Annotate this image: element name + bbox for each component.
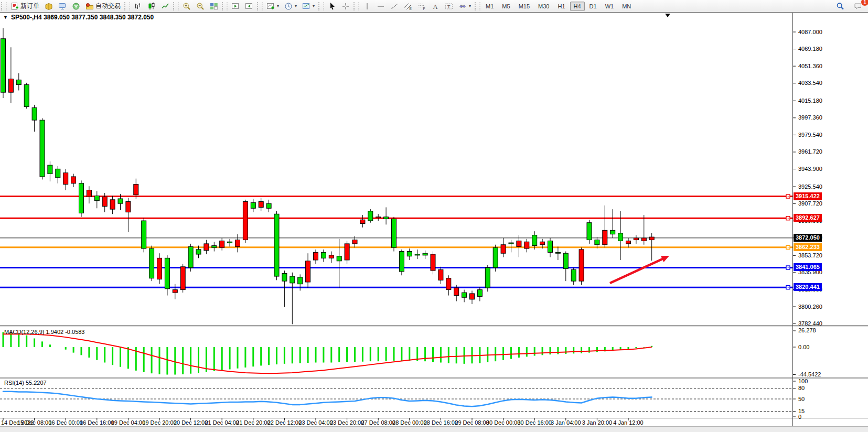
time-axis-label: 20 Dec 12:00 — [174, 419, 208, 426]
pivot-line-handle-dot — [788, 247, 789, 248]
candle — [266, 203, 271, 208]
candle — [243, 201, 248, 240]
candle — [454, 288, 459, 296]
time-axis-label: 30 Dec 16:00 — [517, 419, 551, 426]
candle — [32, 107, 37, 120]
rsi-axis-label: 50 — [798, 396, 805, 402]
price-badge-3841.065: 3841.065 — [794, 263, 822, 271]
candle — [173, 290, 177, 293]
mt4-window: 新订单自动交易▾▾▾EFAT▾M1M5M15M30H1H4D1W1MN 1 ▼ … — [0, 0, 868, 432]
candle — [548, 241, 553, 252]
candle — [134, 185, 138, 195]
chart-shift-marker[interactable] — [665, 14, 670, 17]
candle — [626, 241, 631, 243]
candle — [157, 258, 162, 279]
time-axis-label: 19 Dec 04:00 — [111, 419, 145, 426]
macd-axis-label: 0.00 — [798, 344, 809, 350]
candle — [188, 246, 193, 267]
candle — [649, 237, 654, 240]
macd-axis-label: 26.278 — [798, 327, 816, 333]
resistance-line-2-handle-dot — [788, 218, 789, 219]
time-axis-label: 21 Dec 04:00 — [205, 419, 239, 426]
candle — [610, 230, 615, 234]
time-axis-label: 15 Dec 08:00 — [17, 419, 51, 426]
candle — [87, 190, 91, 197]
candle — [110, 200, 115, 209]
macd-label: MACD(12,26,9) 1.9402 -0.0583 — [4, 329, 84, 335]
price-badge-3820.441: 3820.441 — [794, 283, 822, 291]
rsi-axis-label: 100 — [798, 378, 808, 384]
candle — [142, 221, 146, 249]
candle — [579, 250, 584, 281]
candle — [79, 183, 84, 213]
candle — [196, 250, 201, 254]
candle — [603, 230, 607, 244]
candle — [641, 238, 646, 241]
candle — [220, 241, 224, 247]
candle — [431, 254, 435, 271]
candle — [204, 244, 209, 251]
candle — [102, 197, 107, 206]
candle — [165, 258, 169, 288]
candle — [329, 255, 334, 258]
price-axis-label: 4033.540 — [798, 80, 822, 86]
price-axis-label: 3853.720 — [798, 252, 822, 258]
price-axis-label: 3997.360 — [798, 114, 822, 121]
candle — [337, 256, 341, 261]
time-axis-label: 4 Jan 12:00 — [613, 419, 644, 426]
candle — [485, 268, 490, 288]
price-axis-label: 3961.720 — [798, 148, 822, 155]
price-axis-label: 3800.260 — [798, 304, 822, 310]
candle — [282, 274, 287, 282]
price-axis-label: 3782.440 — [798, 320, 822, 327]
candle — [56, 169, 60, 177]
time-axis-label: 28 Dec 16:00 — [424, 419, 458, 426]
time-axis-label: 27 Dec 08:00 — [361, 419, 395, 426]
candle — [532, 235, 537, 245]
candle — [321, 252, 326, 258]
candle — [415, 254, 420, 255]
candle — [63, 173, 68, 185]
support-line-1-handle-dot — [788, 267, 789, 268]
candle — [228, 242, 232, 243]
price-badge-3915.422: 3915.422 — [794, 192, 822, 200]
candle — [352, 240, 357, 244]
candle — [501, 245, 506, 253]
candle — [118, 199, 123, 203]
candle — [493, 247, 498, 267]
price-axis-label: 4015.180 — [798, 98, 822, 104]
candle — [235, 240, 240, 247]
price-axis-label: 4069.180 — [798, 46, 822, 52]
candle — [8, 79, 13, 93]
candle — [407, 252, 412, 256]
price-axis-label: 3925.540 — [798, 183, 822, 190]
candle — [524, 242, 529, 249]
candle — [563, 253, 568, 268]
candle — [446, 278, 451, 290]
time-axis-label: 29 Dec 08:00 — [455, 419, 489, 426]
chart-plot[interactable] — [0, 0, 868, 432]
time-axis-label: 16 Dec 16:00 — [80, 419, 114, 426]
price-axis-label: 4087.000 — [798, 29, 822, 35]
time-axis-label: 3 Jan 04:00 — [551, 419, 581, 426]
candle — [618, 233, 623, 241]
candle — [423, 253, 427, 255]
support-line-2-handle-dot — [788, 287, 789, 288]
macd-signal-line — [3, 334, 652, 373]
candle — [126, 201, 131, 212]
price-badge-3892.627: 3892.627 — [794, 214, 822, 222]
candle — [274, 214, 279, 276]
candle — [314, 252, 318, 260]
arrow-annotation[interactable] — [610, 258, 665, 283]
candle — [368, 211, 373, 221]
candle — [71, 177, 76, 183]
candle — [540, 242, 545, 244]
candle — [306, 261, 310, 282]
rsi-axis-label: 80 — [798, 385, 805, 391]
candle — [149, 249, 154, 278]
time-axis-label: 22 Dec 12:00 — [267, 419, 302, 426]
time-axis-label: 16 Dec 00:00 — [48, 419, 82, 426]
rsi-axis-label: 0 — [798, 414, 801, 420]
time-axis-label: 30 Dec 00:00 — [486, 419, 520, 426]
rsi-label: RSI(14) 55.2207 — [4, 380, 47, 386]
